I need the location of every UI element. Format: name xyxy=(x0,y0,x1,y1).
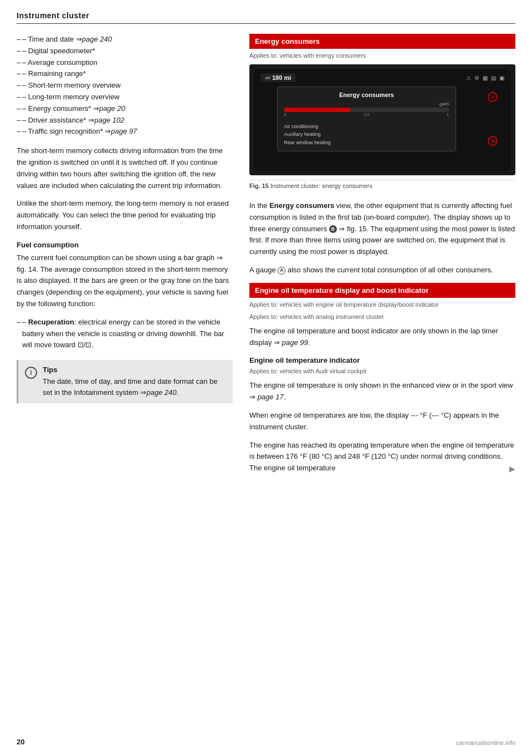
list-item: – Long-term memory overview xyxy=(17,92,233,103)
grid-icon: ▦ xyxy=(483,75,488,81)
engine-oil-indicator-para3: The engine has reached its operating tem… xyxy=(249,440,515,474)
tips-box: i Tips The date, time of day, and time a… xyxy=(17,360,233,403)
left-column: – Time and date ⇒page 240 – Digital spee… xyxy=(17,34,233,481)
bullet-list: – Time and date ⇒page 240 – Digital spee… xyxy=(17,34,233,138)
circle-a-label: A xyxy=(278,267,285,275)
engine-oil-indicator-heading: Engine oil temperature indicator xyxy=(249,356,515,364)
cluster-item-ac: Air conditioning xyxy=(284,123,449,130)
engine-oil-indicator-applies: Applies to: vehicles with Audi virtual c… xyxy=(249,368,515,374)
two-column-layout: – Time and date ⇒page 240 – Digital spee… xyxy=(17,34,515,481)
cluster-status-icons: ⚠ ⚙ ▦ ▤ ▣ xyxy=(466,75,504,81)
page-header: Instrument cluster xyxy=(17,11,515,24)
menu-icon: ▤ xyxy=(491,75,496,81)
cluster-gauge-row: gal/h 0 1/2 1 xyxy=(284,102,449,120)
page-number: 20 xyxy=(17,738,24,746)
cluster-screen: 🏎 180 mi ⚠ ⚙ ▦ ▤ ▣ Energy xyxy=(254,69,511,171)
energy-consumers-body2: A gauge A also shows the current total c… xyxy=(249,265,515,276)
cluster-speed-display: 🏎 180 mi xyxy=(260,73,295,82)
engine-oil-para1: The engine oil temperature and boost ind… xyxy=(249,326,515,349)
recuperation-list: – Recuperation: electrical energy can be… xyxy=(17,317,233,351)
gauge-area: gal/h 0 1/2 1 xyxy=(284,102,449,120)
energy-consumers-banner: Energy consumers xyxy=(249,34,515,49)
fig-label: Fig. 15 xyxy=(249,182,269,189)
tips-content: Tips The date, time of day, and time and… xyxy=(43,366,226,398)
energy-consumers-body1: In the Energy consumers view, the other … xyxy=(249,200,515,258)
list-item: – Digital speedometer* xyxy=(17,45,233,57)
cluster-item-list: Air conditioning Auxiliary heating Rear … xyxy=(284,123,449,146)
engine-oil-indicator-para1: The engine oil temperature is only shown… xyxy=(249,380,515,403)
scale-0: 0 xyxy=(284,112,287,117)
page-container: Instrument cluster – Time and date ⇒page… xyxy=(0,0,532,756)
gauge-unit: gal/h xyxy=(284,102,449,106)
list-item: – Driver assistance* ⇒page 102 xyxy=(17,115,233,126)
energy-applies-text: Applies to: vehicles with energy consume… xyxy=(249,52,515,59)
engine-oil-banner: Engine oil temperature display and boost… xyxy=(249,283,515,298)
cluster-panel-wrapper: Energy consumers gal/h 0 1/2 xyxy=(277,87,488,151)
engine-oil-applies: Applies to: vehicles with engine oil tem… xyxy=(249,301,515,308)
right-column: Energy consumers Applies to: vehicles wi… xyxy=(249,34,515,481)
cluster-item-aux: Auxiliary heating xyxy=(284,130,449,138)
list-item: – Traffic sign recognition* ⇒page 97 xyxy=(17,126,233,138)
fig-caption: Fig. 15 Instrument cluster: energy consu… xyxy=(249,180,515,191)
fuel-consumption-heading: Fuel consumption xyxy=(17,241,233,249)
watermark: carmanualsonline.info xyxy=(456,739,515,746)
scale-half: 1/2 xyxy=(364,112,370,117)
label-a: A xyxy=(488,92,498,102)
cluster-item-rear: Rear window heating xyxy=(284,139,449,146)
engine-oil-applies2: Applies to: vehicles with analog instrum… xyxy=(249,313,515,320)
gauge-scale: 0 1/2 1 xyxy=(284,112,449,117)
energy-consumers-bold: Energy consumers xyxy=(269,201,334,210)
extra-icon: ▣ xyxy=(499,75,504,81)
settings-icon: ⚙ xyxy=(474,75,479,81)
next-arrow-icon: ▶ xyxy=(509,463,515,475)
label-b: B xyxy=(488,136,498,146)
gauge-bar xyxy=(284,108,350,112)
short-term-memory-para: The short-term memory collects driving i… xyxy=(17,145,233,191)
list-item: – Energy consumers* ⇒page 20 xyxy=(17,103,233,115)
circle-b-label: B xyxy=(329,225,337,233)
warning-icon: ⚠ xyxy=(466,75,471,81)
fuel-consumption-para: The current fuel consumption can be show… xyxy=(17,252,233,310)
list-item: – Average consumption xyxy=(17,57,233,69)
cluster-top-bar: 🏎 180 mi ⚠ ⚙ ▦ ▤ ▣ xyxy=(258,73,507,82)
list-item: – Remaining range* xyxy=(17,68,233,80)
long-term-memory-para: Unlike the short-term memory, the long-t… xyxy=(17,198,233,232)
cluster-main-panel: Energy consumers gal/h 0 1/2 xyxy=(277,87,457,151)
list-item: – Time and date ⇒page 240 xyxy=(17,34,233,45)
scale-1: 1 xyxy=(447,112,449,117)
recuperation-item: – Recuperation: electrical energy can be… xyxy=(17,317,233,351)
list-item: – Short-term memory overview xyxy=(17,80,233,92)
instrument-cluster-image: 🏎 180 mi ⚠ ⚙ ▦ ▤ ▣ Energy xyxy=(249,64,515,175)
tips-title: Tips xyxy=(43,366,226,374)
page-title: Instrument cluster xyxy=(17,11,89,20)
cluster-panel-title: Energy consumers xyxy=(284,92,449,98)
tips-text: The date, time of day, and time and date… xyxy=(43,376,226,398)
gauge-bar-container xyxy=(284,108,449,112)
engine-oil-indicator-para2: When engine oil temperatures are low, th… xyxy=(249,410,515,433)
tips-icon: i xyxy=(25,367,37,379)
